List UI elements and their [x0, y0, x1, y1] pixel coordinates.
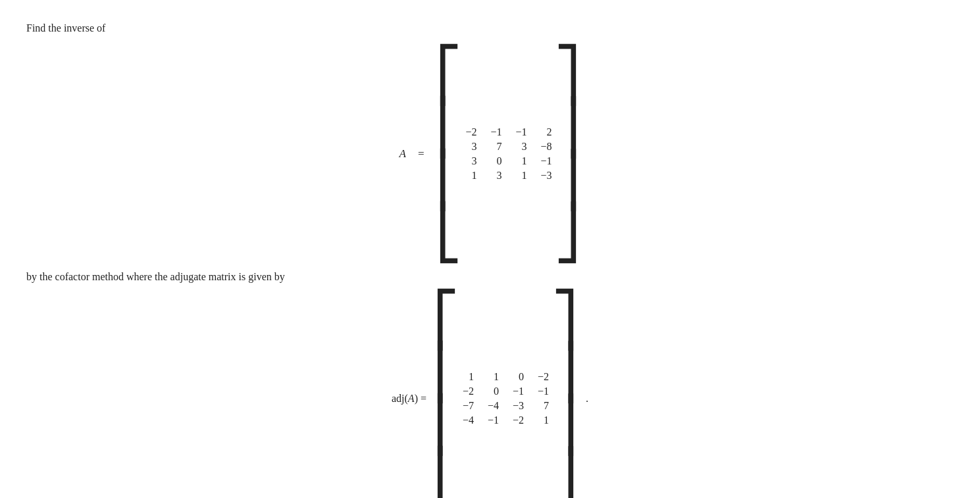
cell-adj-1-0: −2 — [462, 386, 474, 397]
adj-equation: adj(A) = ⎡⎢⎢⎣ 1 1 0 −2 −2 0 −1 −1 −7 −4 … — [26, 293, 954, 498]
cell-a-2-3: −1 — [540, 155, 552, 167]
adj-label: adj(A) = — [392, 393, 426, 405]
cell-a-1-1: 7 — [490, 141, 502, 153]
cell-a-1-2: 3 — [515, 141, 527, 153]
matrix-a-equals: = — [418, 147, 425, 161]
cell-a-1-3: −8 — [540, 141, 552, 153]
matrix-a-label: A — [400, 147, 406, 161]
cell-a-2-2: 1 — [515, 155, 527, 167]
cell-a-2-1: 0 — [490, 155, 502, 167]
matrix-a-grid: −2 −1 −1 2 3 7 3 −8 3 0 1 −1 1 3 1 −3 — [465, 124, 552, 184]
bracket-right-a: ⎤⎥⎥⎦ — [554, 49, 580, 259]
cell-adj-0-2: 0 — [512, 371, 524, 383]
cell-adj-1-3: −1 — [537, 386, 549, 397]
cell-adj-2-2: −3 — [512, 400, 524, 412]
matrix-a-equation: A = ⎡⎢⎢⎣ −2 −1 −1 2 3 7 3 −8 3 0 1 −1 1 … — [26, 49, 954, 259]
cell-adj-2-3: 7 — [537, 400, 549, 412]
matrix-adj-grid: 1 1 0 −2 −2 0 −1 −1 −7 −4 −3 7 −4 −1 −2 … — [462, 368, 549, 429]
cell-adj-3-1: −1 — [487, 414, 499, 426]
cell-adj-0-3: −2 — [537, 371, 549, 383]
cell-a-3-3: −3 — [540, 170, 552, 182]
cell-a-1-0: 3 — [465, 141, 477, 153]
by-cofactor-text: by the cofactor method where the adjugat… — [26, 271, 954, 283]
cell-a-3-1: 3 — [490, 170, 502, 182]
matrix-a-wrapper: ⎡⎢⎢⎣ −2 −1 −1 2 3 7 3 −8 3 0 1 −1 1 3 1 … — [436, 49, 580, 259]
cell-adj-2-0: −7 — [462, 400, 474, 412]
cell-adj-1-1: 0 — [487, 386, 499, 397]
cell-adj-0-1: 1 — [487, 371, 499, 383]
cell-a-3-0: 1 — [465, 170, 477, 182]
find-inverse-text: Find the inverse of — [26, 20, 954, 37]
period: . — [586, 393, 588, 405]
cell-adj-3-3: 1 — [537, 414, 549, 426]
cell-adj-2-1: −4 — [487, 400, 499, 412]
cell-a-2-0: 3 — [465, 155, 477, 167]
cell-a-0-0: −2 — [465, 126, 477, 138]
cell-adj-1-2: −1 — [512, 386, 524, 397]
cell-adj-3-0: −4 — [462, 414, 474, 426]
bracket-left-adj: ⎡⎢⎢⎣ — [433, 293, 459, 498]
matrix-adj-wrapper: ⎡⎢⎢⎣ 1 1 0 −2 −2 0 −1 −1 −7 −4 −3 7 −4 −… — [433, 293, 578, 498]
bracket-left-a: ⎡⎢⎢⎣ — [436, 49, 462, 259]
cell-a-0-3: 2 — [540, 126, 552, 138]
cell-a-3-2: 1 — [515, 170, 527, 182]
bracket-right-adj: ⎤⎥⎥⎦ — [552, 293, 578, 498]
cell-a-0-2: −1 — [515, 126, 527, 138]
cell-adj-0-0: 1 — [462, 371, 474, 383]
cell-a-0-1: −1 — [490, 126, 502, 138]
cell-adj-3-2: −2 — [512, 414, 524, 426]
